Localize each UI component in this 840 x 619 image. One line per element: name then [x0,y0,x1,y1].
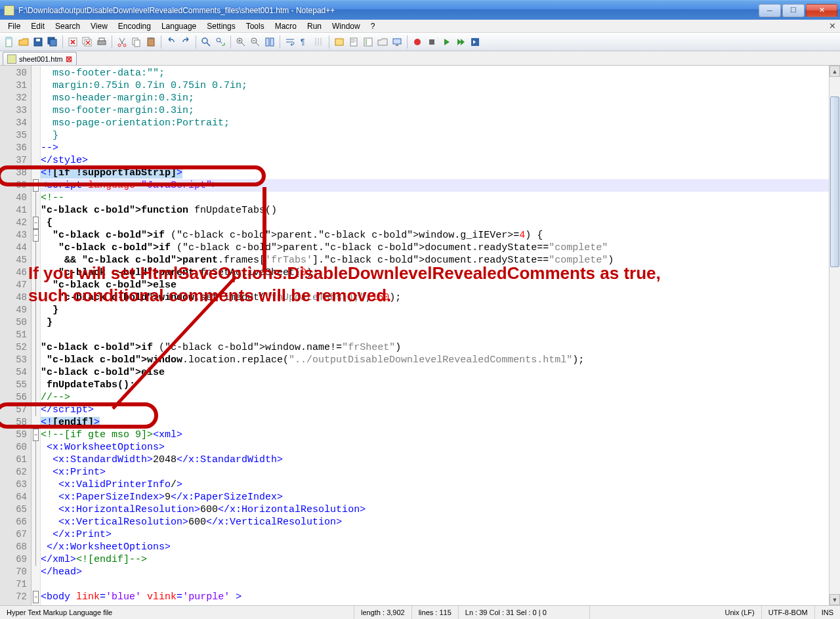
svg-point-12 [123,44,126,47]
menu-file[interactable]: File [3,20,26,32]
status-mode[interactable]: INS [815,606,840,619]
folder-workspace-icon[interactable] [376,35,389,49]
toolbar-separator [196,35,196,49]
status-length: length : 3,902 [354,606,412,619]
save-all-icon[interactable] [46,35,59,49]
indent-guide-icon[interactable] [312,35,326,49]
scroll-track[interactable] [830,77,840,594]
undo-icon[interactable] [165,35,178,49]
editor-area: 3031323334353637383940414243444546474849… [0,66,840,605]
close-button[interactable]: ✕ [806,4,837,17]
toolbar: ¶ [0,33,840,51]
svg-point-31 [366,41,367,43]
svg-rect-29 [364,38,372,46]
close-file-icon[interactable] [66,35,79,49]
minimize-button[interactable]: ─ [759,4,781,17]
record-macro-icon[interactable] [411,35,424,49]
save-icon[interactable] [32,35,45,49]
print-icon[interactable] [95,35,108,49]
menu-language[interactable]: Language [156,20,201,32]
status-bar: Hyper Text Markup Language file length :… [0,605,840,619]
new-file-icon[interactable] [3,35,16,49]
open-file-icon[interactable] [17,35,30,49]
menu-help[interactable]: ? [366,20,381,32]
toolbar-separator [329,35,329,49]
menu-window[interactable]: Window [327,20,366,32]
doc-map-icon[interactable] [347,35,360,49]
svg-rect-10 [99,38,104,41]
window-controls: ─ ☐ ✕ [757,4,837,17]
menu-edit[interactable]: Edit [26,20,50,32]
copy-icon[interactable] [130,35,143,49]
redo-icon[interactable] [179,35,192,49]
svg-rect-33 [393,39,401,44]
svg-rect-21 [266,38,269,46]
svg-rect-26 [351,39,355,40]
status-eol[interactable]: Unix (LF) [719,606,762,619]
code-editor[interactable]: mso-footer-data:""; margin:0.75in 0.7in … [41,66,829,605]
play-multi-icon[interactable] [454,35,467,49]
menu-search[interactable]: Search [50,20,85,32]
svg-rect-3 [36,39,40,41]
svg-rect-22 [270,38,274,46]
vertical-scrollbar[interactable]: ▲ ▼ [829,66,840,605]
svg-point-32 [366,43,367,45]
tab-close-icon[interactable]: ⊠ [66,54,72,64]
svg-point-35 [414,39,421,45]
svg-rect-1 [6,37,12,39]
sync-scroll-icon[interactable] [263,35,276,49]
play-macro-icon[interactable] [440,35,453,49]
status-position: Ln : 39 Col : 31 Sel : 0 | 0 [459,606,590,619]
menu-encoding[interactable]: Encoding [113,20,156,32]
svg-point-17 [202,38,207,43]
show-all-chars-icon[interactable]: ¶ [298,35,311,49]
window-title-bar: F:\Download\outputDisableDownlevelReveal… [0,0,840,20]
menu-close-doc-icon[interactable]: ✕ [827,21,837,32]
svg-rect-34 [396,45,398,46]
scroll-down-icon[interactable]: ▼ [830,594,840,605]
svg-rect-27 [351,41,356,41]
word-wrap-icon[interactable] [284,35,297,49]
close-all-icon[interactable] [81,35,94,49]
menu-view[interactable]: View [85,20,113,32]
replace-icon[interactable] [214,35,227,49]
file-tab-label: sheet001.htm [19,55,63,63]
toolbar-separator [230,35,231,49]
stop-macro-icon[interactable] [425,35,438,49]
menu-settings[interactable]: Settings [201,20,240,32]
svg-rect-16 [149,37,153,39]
svg-rect-28 [351,42,354,43]
zoom-in-icon[interactable] [234,35,247,49]
paste-icon[interactable] [144,35,158,49]
status-encoding[interactable]: UTF-8-BOM [762,606,815,619]
app-icon [4,5,14,16]
zoom-out-icon[interactable] [249,35,262,49]
toolbar-separator [112,35,112,49]
monitor-icon[interactable] [390,35,404,49]
maximize-button[interactable]: ☐ [782,4,805,17]
line-number-gutter: 3031323334353637383940414243444546474849… [0,66,32,605]
annotation-connector-vertical [262,187,266,272]
save-macro-icon[interactable] [469,35,482,49]
scroll-thumb[interactable] [830,96,839,267]
svg-rect-24 [335,39,343,45]
scroll-up-icon[interactable]: ▲ [830,66,840,77]
toolbar-separator [407,35,408,49]
svg-point-30 [366,39,367,41]
cut-icon[interactable] [116,35,129,49]
menu-run[interactable]: Run [302,20,327,32]
window-title: F:\Download\outputDisableDownlevelReveal… [18,6,757,15]
file-tab[interactable]: sheet001.htm ⊠ [3,52,77,65]
user-lang-icon[interactable] [333,35,346,49]
tab-bar: sheet001.htm ⊠ [0,51,840,66]
function-list-icon[interactable] [362,35,375,49]
menu-bar: File Edit Search View Encoding Language … [0,20,840,33]
svg-rect-36 [429,39,434,45]
status-lines: lines : 115 [412,606,459,619]
find-icon[interactable] [200,35,213,49]
fold-column: −−−−− [32,66,41,605]
menu-macro[interactable]: Macro [270,20,302,32]
toolbar-separator [161,35,161,49]
status-language: Hyper Text Markup Language file [0,606,354,619]
menu-tools[interactable]: Tools [241,20,270,32]
